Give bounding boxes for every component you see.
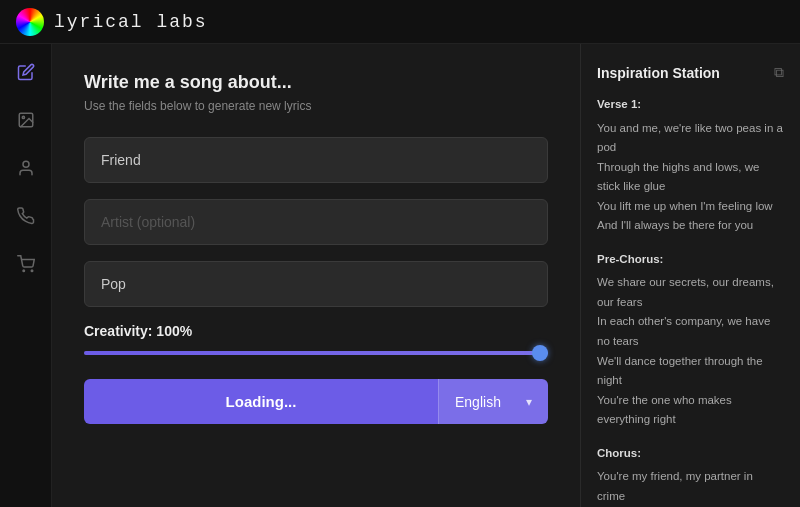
lyric-line: We share our secrets, our dreams, our fe…: [597, 273, 784, 312]
language-selector[interactable]: English ▾: [438, 379, 548, 424]
lyric-line: You lift me up when I'm feeling low: [597, 197, 784, 217]
generate-button[interactable]: Loading...: [84, 379, 438, 424]
panel-subtitle: Use the fields below to generate new lyr…: [84, 99, 548, 113]
topic-field-group: [84, 137, 548, 183]
app-logo: [16, 8, 44, 36]
app-header: lyrical labs: [0, 0, 800, 44]
sidebar-item-profile[interactable]: [14, 156, 38, 180]
svg-point-3: [23, 270, 25, 272]
lyric-line: In each other's company, we have no tear…: [597, 312, 784, 351]
lyric-line: Through the highs and lows, we stick lik…: [597, 158, 784, 197]
inspiration-title: Inspiration Station: [597, 65, 720, 81]
slider-thumb: [532, 345, 548, 361]
lyric-line: You're my friend, my partner in crime: [597, 467, 784, 506]
action-row: Loading... English ▾: [84, 379, 548, 424]
creativity-label: Creativity: 100%: [84, 323, 548, 339]
right-panel: Inspiration Station ⧉ Verse 1:You and me…: [580, 44, 800, 507]
slider-fill: [84, 351, 548, 355]
copy-icon[interactable]: ⧉: [774, 64, 784, 81]
sidebar-item-cart[interactable]: [14, 252, 38, 276]
sidebar: [0, 44, 52, 507]
lyrics-content: Verse 1:You and me, we're like two peas …: [597, 95, 784, 507]
main-layout: Write me a song about... Use the fields …: [0, 44, 800, 507]
inspiration-header: Inspiration Station ⧉: [597, 64, 784, 81]
app-title: lyrical labs: [54, 12, 208, 32]
lyric-line: And I'll always be there for you: [597, 216, 784, 236]
panel-title: Write me a song about...: [84, 72, 548, 93]
lyric-line: You're the one who makes everything righ…: [597, 391, 784, 430]
genre-input[interactable]: [84, 261, 548, 307]
lyric-line: We'll dance together through the night: [597, 352, 784, 391]
lyrics-section-label: Pre-Chorus:: [597, 250, 784, 270]
svg-point-2: [23, 161, 29, 167]
lyric-line: You and me, we're like two peas in a pod: [597, 119, 784, 158]
slider-track: [84, 351, 548, 355]
language-label: English: [455, 394, 501, 410]
lyrics-section-label: Verse 1:: [597, 95, 784, 115]
sidebar-item-phone[interactable]: [14, 204, 38, 228]
artist-input[interactable]: [84, 199, 548, 245]
lyrics-section-label: Chorus:: [597, 444, 784, 464]
artist-field-group: [84, 199, 548, 245]
svg-point-1: [22, 116, 24, 118]
svg-point-4: [31, 270, 33, 272]
left-panel: Write me a song about... Use the fields …: [52, 44, 580, 507]
content-area: Write me a song about... Use the fields …: [52, 44, 800, 507]
topic-input[interactable]: [84, 137, 548, 183]
sidebar-item-gallery[interactable]: [14, 108, 38, 132]
dropdown-arrow-icon: ▾: [526, 395, 532, 409]
sidebar-item-compose[interactable]: [14, 60, 38, 84]
genre-field-group: [84, 261, 548, 307]
creativity-slider[interactable]: [84, 351, 548, 355]
